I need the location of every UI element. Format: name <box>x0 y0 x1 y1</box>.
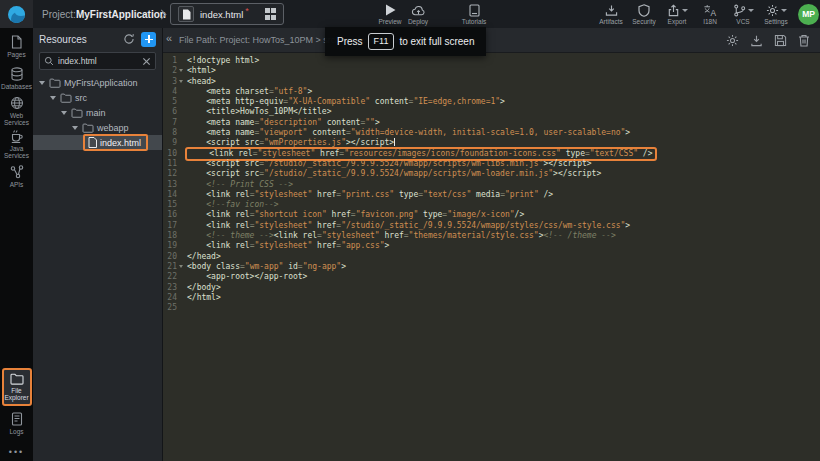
code-line-18[interactable]: 18 <!-- theme --><link rel="stylesheet" … <box>163 231 820 241</box>
save-file-icon[interactable] <box>774 34 787 47</box>
line-number: 25 <box>163 303 177 313</box>
code-line-2[interactable]: 2<html> <box>163 66 820 76</box>
left-sidebar: Pages Databases Web Services Java Serv <box>0 28 33 461</box>
project-label: Project: <box>42 9 76 20</box>
code-line-4[interactable]: 4 <meta charset="utf-8"> <box>163 87 820 97</box>
code-line-20[interactable]: 20</head> <box>163 252 820 262</box>
code-line-16[interactable]: 16 <link rel="shortcut icon" href="favic… <box>163 210 820 220</box>
search-input[interactable] <box>58 56 138 66</box>
expand-caret-icon[interactable] <box>50 96 56 100</box>
code-editor: File Path: Project: HowTos_10PM > src/ma… <box>163 28 820 461</box>
code-line-1[interactable]: 1<!doctype html> <box>163 56 820 66</box>
svg-text:A: A <box>710 8 716 17</box>
file-path-bar: File Path: Project: HowTos_10PM > src/ma… <box>163 28 820 53</box>
wavemaker-logo-icon <box>8 6 25 23</box>
sidebar-item-web-services[interactable]: Web Services <box>0 96 33 126</box>
line-number: 2 <box>163 66 177 76</box>
security-button[interactable]: Security <box>630 4 658 25</box>
expand-caret-icon[interactable] <box>61 111 67 115</box>
preview-button[interactable]: Preview <box>376 4 404 25</box>
line-number: 22 <box>163 272 177 282</box>
tutorials-book-icon <box>469 4 480 17</box>
code-line-14[interactable]: 14 <link rel="stylesheet" href="print.cs… <box>163 190 820 200</box>
line-number: 19 <box>163 241 177 251</box>
databases-icon <box>10 67 24 81</box>
tutorials-button[interactable]: Tutorials <box>460 4 488 25</box>
tree-item-MyFirstApplication[interactable]: MyFirstApplication <box>33 75 162 90</box>
settings-button[interactable]: Settings <box>762 4 790 25</box>
tree-item-src[interactable]: src <box>33 90 162 105</box>
tree-item-label: main <box>86 108 106 118</box>
web-services-globe-icon <box>10 96 24 110</box>
code-line-15[interactable]: 15 <!--fav icon--> <box>163 200 820 210</box>
code-area[interactable]: 1<!doctype html>2<html>3<head>4 <meta ch… <box>163 53 820 461</box>
export-button[interactable]: Export <box>663 4 691 25</box>
fold-caret-icon[interactable] <box>179 265 183 268</box>
vcs-caret-icon <box>748 9 754 12</box>
collapse-panel-icon[interactable]: « <box>166 32 172 44</box>
expand-caret-icon[interactable] <box>39 81 45 85</box>
clear-search-icon[interactable] <box>142 57 151 66</box>
pages-icon <box>10 35 23 49</box>
line-number: 1 <box>163 56 177 66</box>
tree-item-main[interactable]: main <box>33 105 162 120</box>
security-shield-icon <box>638 4 650 17</box>
topbar-right-actions: Artifacts Security Export <box>597 0 819 28</box>
file-icon <box>88 137 97 148</box>
code-line-6[interactable]: 6 <title>HowTos_10PM</title> <box>163 107 820 117</box>
code-line-17[interactable]: 17 <link rel="stylesheet" href="/studio/… <box>163 221 820 231</box>
file-icon <box>178 6 194 22</box>
artifacts-button[interactable]: Artifacts <box>597 4 625 25</box>
line-number: 16 <box>163 210 177 220</box>
code-line-8[interactable]: 8 <meta name="viewport" content="width=d… <box>163 128 820 138</box>
code-line-25[interactable]: 25 <box>163 303 820 313</box>
tooltip-prefix: Press <box>337 36 363 47</box>
code-line-22[interactable]: 22 <app-root></app-root> <box>163 272 820 282</box>
more-options-icon[interactable]: ••• <box>9 447 24 457</box>
grid-view-icon[interactable] <box>265 8 277 20</box>
editor-settings-gear-icon[interactable] <box>726 34 739 47</box>
deploy-button[interactable]: Deploy <box>404 4 432 25</box>
delete-trash-icon[interactable] <box>798 34 810 47</box>
tab-index-html[interactable]: index.html * <box>170 3 284 25</box>
code-line-5[interactable]: 5 <meta http-equiv="X-UA-Compatible" con… <box>163 97 820 107</box>
tree-item-webapp[interactable]: webapp <box>33 120 162 135</box>
settings-caret-icon <box>781 9 787 12</box>
code-line-19[interactable]: 19 <link rel="stylesheet" href="app.css"… <box>163 241 820 251</box>
download-file-icon[interactable] <box>750 34 763 47</box>
code-line-3[interactable]: 3<head> <box>163 77 820 87</box>
code-line-12[interactable]: 12 <script src="/studio/_static_/9.9.9.5… <box>163 169 820 179</box>
sidebar-item-databases[interactable]: Databases <box>0 64 33 93</box>
code-line-7[interactable]: 7 <meta name="description" content=""> <box>163 118 820 128</box>
vcs-button[interactable]: VCS <box>729 4 757 25</box>
fold-caret-icon[interactable] <box>179 69 183 72</box>
sidebar-item-logs[interactable]: Logs <box>0 409 33 438</box>
export-icon <box>667 4 680 17</box>
line-number: 6 <box>163 107 177 117</box>
code-line-11[interactable]: 11 <script src="/studio/_static_/9.9.9.5… <box>163 159 820 169</box>
code-line-24[interactable]: 24</html> <box>163 293 820 303</box>
modified-indicator: * <box>245 6 249 16</box>
topbar-left-actions: Preview Deploy Tutorials <box>376 0 488 28</box>
i18n-button[interactable]: A I18N <box>696 4 724 25</box>
fold-caret-icon[interactable] <box>179 80 183 83</box>
code-line-21[interactable]: 21<body class="wm-app" id="ng-app"> <box>163 262 820 272</box>
sidebar-item-apis[interactable]: APIs <box>0 162 33 191</box>
app-logo-button[interactable] <box>0 0 33 28</box>
folder-icon <box>60 93 72 103</box>
add-resource-button[interactable] <box>141 32 156 47</box>
user-avatar[interactable]: MP <box>798 4 819 25</box>
code-line-13[interactable]: 13 <!-- Print CSS --> <box>163 180 820 190</box>
refresh-icon[interactable] <box>123 33 135 45</box>
expand-caret-icon[interactable] <box>72 126 78 130</box>
line-number: 17 <box>163 221 177 231</box>
sidebar-item-file-explorer[interactable]: File Explorer <box>2 368 32 406</box>
code-line-10[interactable]: 10 <link rel="stylesheet" href="resource… <box>163 149 820 159</box>
fullscreen-tooltip: Press F11 to exit full screen <box>325 27 486 56</box>
code-line-23[interactable]: 23</body> <box>163 283 820 293</box>
sidebar-item-pages[interactable]: Pages <box>0 32 33 61</box>
logs-icon <box>11 412 23 426</box>
line-number: 10 <box>163 149 177 159</box>
tree-item-index.html[interactable]: index.html <box>33 135 162 150</box>
sidebar-item-java-services[interactable]: Java Services <box>0 129 33 159</box>
